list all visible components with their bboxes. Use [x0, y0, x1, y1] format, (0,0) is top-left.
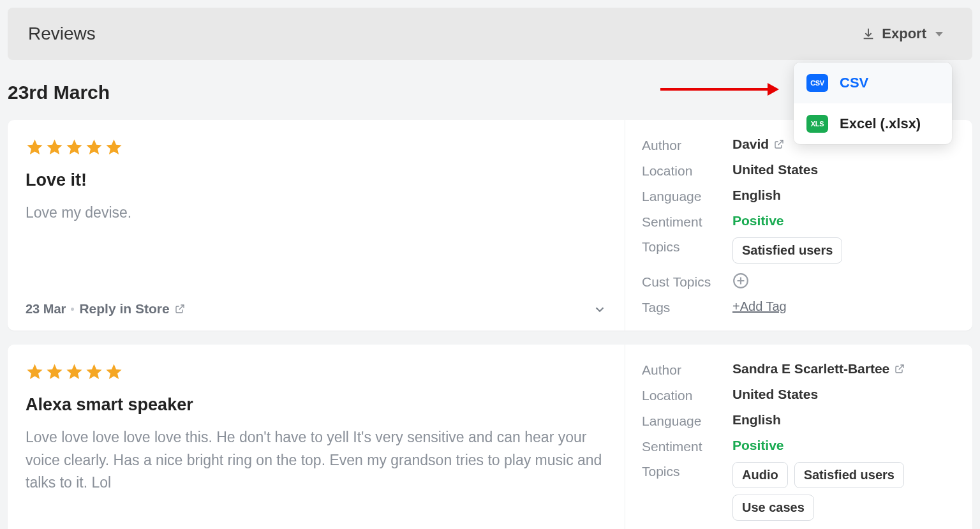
add-tag-link[interactable]: +Add Tag: [732, 299, 787, 314]
meta-label-language: Language: [642, 187, 732, 204]
author-link[interactable]: Sandra E Scarlett-Bartee: [732, 361, 905, 376]
expand-toggle[interactable]: [593, 302, 607, 317]
export-option-csv[interactable]: CSV CSV: [794, 63, 952, 103]
meta-value-language: English: [732, 412, 781, 428]
meta-value-language: English: [732, 188, 781, 203]
review-body: Love love love love love this. He don't …: [26, 426, 607, 522]
review-body: Love my devise.: [26, 202, 607, 279]
star-icon: [45, 362, 64, 381]
chevron-down-icon: [935, 32, 943, 36]
topic-chip[interactable]: Satisfied users: [732, 237, 842, 264]
star-icon: [65, 138, 84, 156]
author-link[interactable]: David: [732, 137, 784, 152]
review-date: 23 Mar: [26, 302, 66, 317]
meta-label-author: Author: [642, 136, 732, 153]
meta-label-language: Language: [642, 412, 732, 429]
topic-chip[interactable]: Satisfied users: [794, 462, 904, 488]
svg-marker-1: [768, 83, 779, 96]
dot-separator: [71, 308, 74, 311]
star-icon: [26, 138, 44, 156]
topic-chip[interactable]: Use cases: [732, 495, 814, 521]
review-main: Love it! Love my devise. 23 Mar Reply in…: [8, 120, 625, 331]
review-title: Alexa smart speaker: [26, 395, 607, 415]
meta-label-cust-topics: Cust Topics: [642, 272, 732, 290]
reviews-header: Reviews Export CSV CSV XLS Excel (.xlsx: [8, 8, 972, 60]
external-link-icon: [774, 139, 784, 149]
star-icon: [26, 362, 44, 381]
star-icon: [45, 138, 64, 156]
topics-chips: Satisfied users: [732, 237, 842, 264]
meta-label-tags: Tags: [642, 298, 732, 315]
author-name: David: [732, 137, 769, 152]
export-option-label: CSV: [840, 75, 868, 91]
star-icon: [105, 362, 123, 381]
export-button[interactable]: Export: [852, 20, 952, 47]
export-option-excel[interactable]: XLS Excel (.xlsx): [794, 103, 952, 144]
meta-value-location: United States: [732, 162, 818, 177]
star-icon: [85, 362, 103, 381]
meta-value-sentiment: Positive: [732, 213, 784, 228]
star-rating: [26, 138, 607, 156]
meta-label-author: Author: [642, 361, 732, 378]
meta-label-topics: Topics: [642, 237, 732, 255]
external-link-icon: [895, 364, 905, 374]
meta-value-sentiment: Positive: [732, 438, 784, 453]
review-meta: Author David Location United States Lang…: [625, 120, 972, 331]
xls-icon: XLS: [806, 115, 828, 133]
add-custom-topic-button[interactable]: [732, 272, 749, 289]
meta-label-topics: Topics: [642, 462, 732, 479]
meta-label-location: Location: [642, 386, 732, 403]
star-icon: [65, 362, 84, 381]
meta-label-sentiment: Sentiment: [642, 212, 732, 230]
review-card: Alexa smart speaker Love love love love …: [8, 345, 972, 529]
topics-chips: Audio Satisfied users Use cases: [732, 462, 956, 521]
reply-link-label: Reply in Store: [79, 301, 169, 317]
author-name: Sandra E Scarlett-Bartee: [732, 361, 889, 376]
csv-icon: CSV: [806, 74, 828, 92]
panel-title: Reviews: [28, 24, 96, 44]
topic-chip[interactable]: Audio: [732, 462, 788, 488]
meta-label-sentiment: Sentiment: [642, 437, 732, 454]
meta-value-location: United States: [732, 387, 818, 402]
export-dropdown: CSV CSV XLS Excel (.xlsx): [794, 63, 952, 144]
review-title: Love it!: [26, 170, 607, 190]
review-main: Alexa smart speaker Love love love love …: [8, 345, 625, 529]
external-link-icon: [175, 304, 185, 314]
annotation-arrow: [660, 82, 779, 97]
review-meta: Author Sandra E Scarlett-Bartee Location…: [625, 345, 972, 529]
star-icon: [105, 138, 123, 156]
star-icon: [85, 138, 103, 156]
review-card: Love it! Love my devise. 23 Mar Reply in…: [8, 120, 972, 331]
export-label: Export: [882, 26, 926, 42]
download-icon: [861, 27, 875, 41]
reply-in-store-link[interactable]: Reply in Store: [79, 301, 184, 317]
meta-label-location: Location: [642, 161, 732, 179]
export-option-label: Excel (.xlsx): [840, 115, 921, 132]
star-rating: [26, 362, 607, 381]
